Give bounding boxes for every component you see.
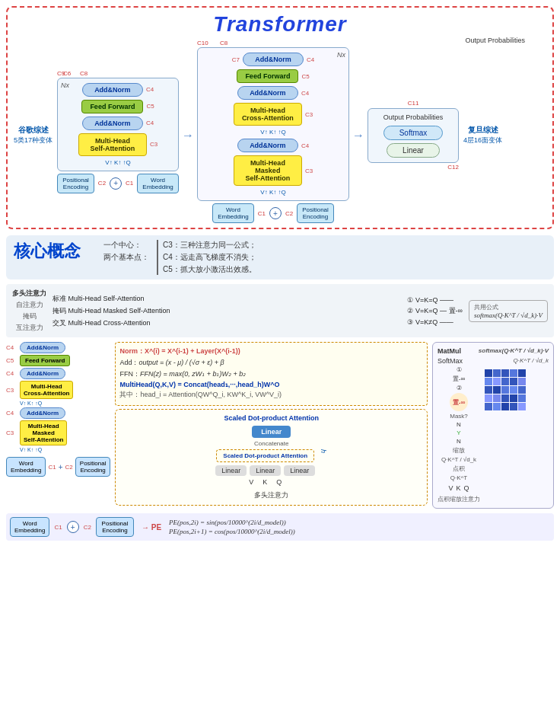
- c4-dec-2: C4: [301, 90, 309, 97]
- dotprod-label: 点积: [453, 465, 465, 473]
- transformer-title: Transformer: [12, 12, 548, 37]
- mini-add-norm-2: Add&Norm: [20, 368, 65, 379]
- transformer-section: Transformer Output Probabilities 谷歌综述 5类…: [6, 6, 554, 229]
- pe-pos-enc: Positional Encoding: [96, 517, 134, 537]
- c5-dec: C5: [301, 73, 309, 80]
- cross-att-label: 互注意力: [16, 323, 43, 333]
- mask-label: Mask?: [450, 413, 468, 420]
- c3-dec-1: C3: [305, 111, 313, 118]
- right-detail: MatMul softmax(Q·K^T / √d_k)·V SoftMax Q…: [432, 342, 554, 509]
- right-title: 复旦综述: [468, 125, 498, 136]
- scale-formula: Q·K^T / √d_k: [441, 456, 476, 463]
- core-concepts-section: 核心概念 一个中心： 两个基本点： C3：三种注意力同一公式； C4：远走高飞梯…: [6, 235, 554, 279]
- y-label: Y: [457, 429, 460, 436]
- sdpa-title: Scaled Dot-product Attention: [224, 414, 319, 422]
- mini-vkq-2: V↑ K↑ ↑Q: [20, 447, 110, 452]
- v-label-2: V: [448, 484, 453, 492]
- core-title: 核心概念: [14, 240, 81, 263]
- bottom-mini-encoder: C4 Add&Norm C5 Feed Forward C4 Add&Norm …: [6, 342, 110, 477]
- c5-enc: C5: [146, 103, 154, 110]
- q-label: Q: [276, 478, 282, 486]
- att-label-2: 掩码 Multi-Head Masked Self-Attention: [52, 306, 401, 316]
- c4-dec-1: C4: [307, 56, 314, 63]
- pe-word-emb: Word Embedding: [10, 517, 49, 537]
- c4-desc: C4：远走高飞梯度不消失；: [163, 252, 256, 263]
- mini-plus: +: [59, 463, 63, 471]
- bottom-detail-section: C4 Add&Norm C5 Feed Forward C4 Add&Norm …: [6, 342, 554, 509]
- c12-label: C12: [368, 164, 459, 171]
- c7-dec: C7: [232, 56, 240, 63]
- c8-label: C8: [80, 70, 88, 77]
- shared-formula-label: 共用公式: [474, 303, 542, 311]
- sdpa-concat: Concatenate: [254, 440, 288, 447]
- k-label: K: [262, 478, 267, 486]
- encoder-wrapper: Nx Add&Norm C4 Feed Forward C5 Add&Norm: [57, 78, 179, 171]
- encoder-feed-forward: Feed Forward: [81, 100, 143, 113]
- sdpa-linear-v: Linear: [215, 465, 247, 476]
- side-label-right: 复旦综述 4层16面变体: [462, 125, 504, 145]
- left-sub: 5类17种变体: [14, 136, 52, 145]
- mini-c1: C1: [48, 464, 56, 471]
- mini-vkq-1: V↑ K↑ ↑Q: [20, 401, 110, 406]
- mini-c3-1: C3: [6, 387, 18, 394]
- multi-head-attention-label: 多头注意力: [254, 490, 288, 500]
- scaled-dot-product-section: Scaled Dot-product Attention Linear Conc…: [115, 409, 428, 506]
- v-label: V: [249, 478, 253, 486]
- attention-section: 多头注意力 自注意力 掩码 互注意力 标准 Multi-Head Self-At…: [6, 284, 554, 337]
- norm-line: Norm：X^(i) = X^(i-1) + Layer(X^(i-1)): [119, 346, 423, 356]
- encoder-multi-head-self: Multi-Head Self-Attention: [78, 133, 147, 156]
- ffn-line: FFN：FFN(z) = max(0, zW₁ + b₁)W₂ + b₂: [119, 369, 423, 379]
- plus-enc: +: [110, 177, 122, 190]
- q-label-2: Q: [464, 484, 469, 492]
- mini-masked-att: Multi-HeadMaskedSelf-Attention: [20, 420, 67, 445]
- encoder-vkq: V↑ K↑ ↑Q: [105, 159, 130, 166]
- core-two-points: 两个基本点：: [103, 252, 149, 263]
- fill-neg-inf: 置-∞: [453, 375, 465, 383]
- num-1: ①: [457, 366, 462, 373]
- mini-cross-att: Multi-HeadCross-Attention: [20, 381, 73, 399]
- left-title: 谷歌综述: [18, 125, 49, 136]
- output-wrapper: Output Probabilities Softmax Linear: [368, 108, 459, 163]
- c11-label: C11: [368, 100, 459, 107]
- nx-encoder: Nx: [61, 81, 69, 89]
- head-formula: 其中：head_i = Attention(QW^Q_i, KW^K_i, VW…: [119, 390, 423, 400]
- heatmap: [485, 369, 526, 410]
- formulas-box: Norm：X^(i) = X^(i-1) + Layer(X^(i-1)) Ad…: [115, 342, 428, 406]
- c3-enc: C3: [150, 141, 158, 148]
- formula-2: ② V=K=Q — 置-∞: [407, 306, 462, 316]
- mini-add-norm-1: Add&Norm: [20, 342, 65, 353]
- c1-enc: C1: [126, 180, 133, 187]
- core-center: 一个中心：: [103, 240, 149, 251]
- dp-formula: Q·K^T: [450, 474, 467, 481]
- pe-formula-odd: PE(pos,2i+1) = cos(pos/10000^(2i/d_model…: [169, 528, 295, 535]
- pe-c2: C2: [84, 524, 91, 531]
- decoder-wrapper: Nx C7 Add&Norm C4 Feed Forward C5 Add: [197, 47, 349, 201]
- decoder-pos-enc: Positional Encoding: [297, 203, 334, 223]
- page-wrapper: Transformer Output Probabilities 谷歌综述 5类…: [0, 0, 560, 547]
- pe-arrow: → PE: [142, 523, 161, 532]
- side-label-left: 谷歌综述 5类17种变体: [12, 125, 54, 145]
- softmax-label: SoftMax: [438, 357, 463, 365]
- n-label-1: N: [457, 421, 461, 428]
- output-section: C11 Output Probabilities Softmax Linear …: [368, 100, 459, 171]
- c1-dec: C1: [258, 210, 266, 217]
- c10-label: C10: [197, 40, 208, 46]
- pe-formula-even: PE(pos,2i) = sin(pos/10000^(2i/d_model)): [169, 519, 295, 526]
- pe-section: Word Embedding C1 + C2 Positional Encodi…: [6, 513, 554, 541]
- decoder-add-norm-2: Add&Norm: [237, 86, 298, 100]
- c4-dec-3: C4: [301, 142, 309, 149]
- mini-c4-2: C4: [6, 370, 18, 377]
- att-label-3: 交叉 Multi-Head Cross-Attention: [52, 318, 401, 328]
- c3-desc: C3：三种注意力同一公式；: [163, 240, 256, 251]
- mini-feed-forward: Feed Forward: [20, 355, 70, 366]
- pe-plus: +: [67, 521, 79, 533]
- mini-c3-2: C3: [6, 429, 18, 436]
- decoder-word-emb: Word Embedding: [212, 203, 253, 223]
- c8-dec-label: C8: [220, 40, 228, 46]
- matmul-formula-top: softmax(Q·K^T / √d_k)·V: [479, 347, 549, 355]
- decoder-masked-vkq: V↑ K↑ ↑Q: [260, 189, 285, 196]
- output-softmax: Softmax: [383, 126, 444, 140]
- softmax-formula: softmax(Q·K^T / √d_k)·V: [474, 311, 542, 319]
- output-linear: Linear: [387, 143, 440, 158]
- decoder-cross-vkq: V↑ K↑ ↑Q: [260, 129, 285, 136]
